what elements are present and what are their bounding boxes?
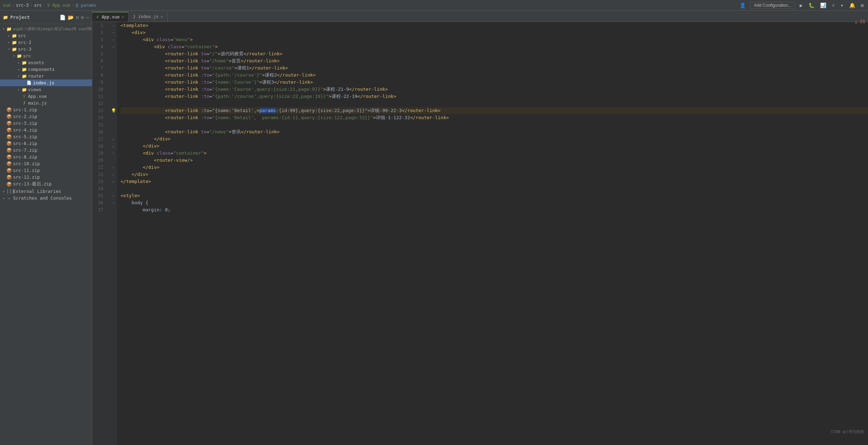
error-count-badge: △ 21	[855, 19, 865, 24]
gutter-18[interactable]: ▸	[110, 143, 117, 150]
line-number-27: 27	[92, 206, 106, 213]
breadcrumb-params: @ params	[76, 3, 96, 8]
tree-item-assets[interactable]: ▸ 📁 assets	[0, 59, 92, 66]
gutter-15	[110, 121, 117, 128]
tree-item-src1zip[interactable]: 📦 src-1.zip	[0, 106, 92, 113]
tree-item-src12zip[interactable]: 📦 src-12.zip	[0, 174, 92, 180]
tab-close-appvue[interactable]: ×	[122, 15, 124, 20]
tree-item-src3zip[interactable]: 📦 src-3.zip	[0, 120, 92, 127]
breadcrumb-appvue: V App.vue	[47, 3, 70, 8]
tree-label-src3-src: src	[23, 53, 31, 59]
debug-icon[interactable]: 🐛	[807, 2, 816, 9]
tree-item-indexjs[interactable]: 📄 index.js	[0, 79, 92, 86]
code-editor[interactable]: 1234567891011121314151617181920212223242…	[92, 22, 868, 445]
tab-index-js[interactable]: J index.js ×	[129, 12, 168, 22]
tree-label-src8zip: src-8.zip	[13, 154, 37, 160]
gutter-23[interactable]: ▸	[110, 178, 117, 185]
code-content-5: <router-link to="/">源代码教育</router-link>	[121, 50, 868, 57]
more-options-icon[interactable]: ⋯	[86, 15, 89, 20]
tree-item-vue-root[interactable]: ▾ 📁 vue G:\课程\Django\笔记\day20 vue3和	[0, 26, 92, 32]
gutter-16	[110, 128, 117, 135]
code-line-18: </div>	[121, 143, 868, 150]
run-icon[interactable]: ▶	[798, 2, 804, 9]
update-icon[interactable]: 🔔	[848, 2, 857, 9]
file-icon-indexjs: 📄	[26, 80, 32, 85]
settings-icon[interactable]: ⚙	[859, 2, 865, 9]
tree-item-src7zip[interactable]: 📦 src-7.zip	[0, 147, 92, 154]
tree-item-src10zip[interactable]: 📦 src-10.zip	[0, 160, 92, 167]
more-icon[interactable]: ▾	[839, 2, 845, 9]
folder-icon-src3-src: 📁	[16, 54, 22, 59]
user-icon[interactable]: 👤	[738, 2, 747, 9]
coverage-icon[interactable]: 📊	[819, 2, 828, 9]
gutter-17[interactable]: ▸	[110, 135, 117, 143]
zip-icon-11: 📦	[6, 168, 12, 173]
code-content-2: <div>	[121, 29, 868, 36]
tree-label-src10zip: src-10.zip	[13, 161, 40, 166]
sidebar-toolbar: 📄 📂 ⊟ ⚙ ⋯	[60, 15, 89, 20]
code-content-27: margin: 0;	[121, 206, 868, 213]
new-folder-icon[interactable]: 📂	[68, 15, 74, 20]
new-file-icon[interactable]: 📄	[60, 15, 66, 20]
gutter-2[interactable]: ▾	[110, 29, 117, 36]
gutter-19[interactable]: ▾	[110, 150, 117, 157]
tree-item-src13zip[interactable]: 📦 src-13-最后.zip	[0, 180, 92, 188]
tree-item-src3-src[interactable]: ▾ 📁 src	[0, 52, 92, 59]
tree-arrow-src3: ▾	[6, 47, 11, 51]
tree-item-appvue[interactable]: V App.vue	[0, 93, 92, 100]
tree-item-src6zip[interactable]: 📦 src-6.zip	[0, 140, 92, 147]
gear-icon[interactable]: ⚙	[81, 15, 84, 20]
profile-icon[interactable]: ⚡	[830, 2, 836, 9]
gutter-11	[110, 93, 117, 100]
code-content-21: </div>	[121, 164, 868, 171]
gutter-27	[110, 206, 117, 213]
gutter-13: 💡	[110, 107, 117, 114]
tree-item-src[interactable]: ▸ 📁 src	[0, 32, 92, 39]
code-content-19: <div class="container">	[121, 150, 868, 157]
gutter-1[interactable]: ▾	[110, 22, 117, 29]
zip-icon-6: 📦	[6, 141, 12, 146]
code-line-2: <div>	[121, 29, 868, 36]
gutter-4[interactable]: ▾	[110, 43, 117, 50]
gutter-25[interactable]: ▾	[110, 192, 117, 199]
line-number-26: 26	[92, 199, 106, 206]
line-number-20: 20	[92, 157, 106, 164]
line-number-14: 14	[92, 114, 106, 121]
tree-item-src4zip[interactable]: 📦 src-4.zip	[0, 127, 92, 133]
code-content-6: <router-link to="/home">首页</router-link>	[121, 57, 868, 65]
tree-item-mainjs[interactable]: J main.js	[0, 100, 92, 106]
tree-item-scratches[interactable]: ▸ ✏ Scratches and Consoles	[0, 195, 92, 201]
tree-item-src3[interactable]: ▾ 📁 src-3	[0, 46, 92, 52]
tree-item-components[interactable]: ▸ 📁 components	[0, 66, 92, 73]
tree-label-src: src	[18, 33, 26, 38]
tree-label-assets: assets	[28, 60, 44, 65]
gutter-3[interactable]: ▾	[110, 36, 117, 43]
gutter-21[interactable]: ▸	[110, 164, 117, 171]
collapse-icon[interactable]: ⊟	[76, 15, 79, 20]
add-configuration-button[interactable]: Add Configuration...	[750, 2, 795, 9]
gutter-22[interactable]: ▸	[110, 171, 117, 178]
tree-item-src5zip[interactable]: 📦 src-5.zip	[0, 133, 92, 140]
tree-item-views[interactable]: ▸ 📁 views	[0, 86, 92, 93]
tree-label-src6zip: src-6.zip	[13, 141, 37, 146]
tree-item-src2zip[interactable]: 📦 src-2.zip	[0, 113, 92, 120]
code-line-21: </div>	[121, 164, 868, 171]
tree-item-src11zip[interactable]: 📦 src-11.zip	[0, 167, 92, 174]
tree-item-ext-libs[interactable]: ▸ ||| External Libraries	[0, 188, 92, 195]
code-content-4: <div class="container">	[121, 43, 868, 50]
tab-close-indexjs[interactable]: ×	[161, 15, 163, 19]
code-content-20: <router-view/>	[121, 157, 868, 164]
tree-arrow-router: ▾	[16, 74, 21, 78]
tree-label-src7zip: src-7.zip	[13, 148, 37, 153]
line-number-9: 9	[92, 79, 106, 86]
gutter-26[interactable]: ▾	[110, 199, 117, 206]
main-layout: 📁 Project 📄 📂 ⊟ ⚙ ⋯ ▾ 📁 vue G:\课程\Django…	[0, 11, 868, 445]
code-content-14: <router-link :to="{name:'Detail', params…	[121, 114, 868, 121]
tree-item-src8zip[interactable]: 📦 src-8.zip	[0, 154, 92, 160]
line-number-12: 12	[92, 100, 106, 107]
code-content[interactable]: <template> <div> <div class="menu"> <div…	[117, 22, 868, 445]
tree-item-router[interactable]: ▾ 📁 router	[0, 73, 92, 79]
line-numbers: 1234567891011121314151617181920212223242…	[92, 22, 110, 445]
tree-item-src2[interactable]: ▸ 📁 src-2	[0, 39, 92, 46]
tab-app-vue[interactable]: V App.vue ×	[92, 12, 129, 22]
